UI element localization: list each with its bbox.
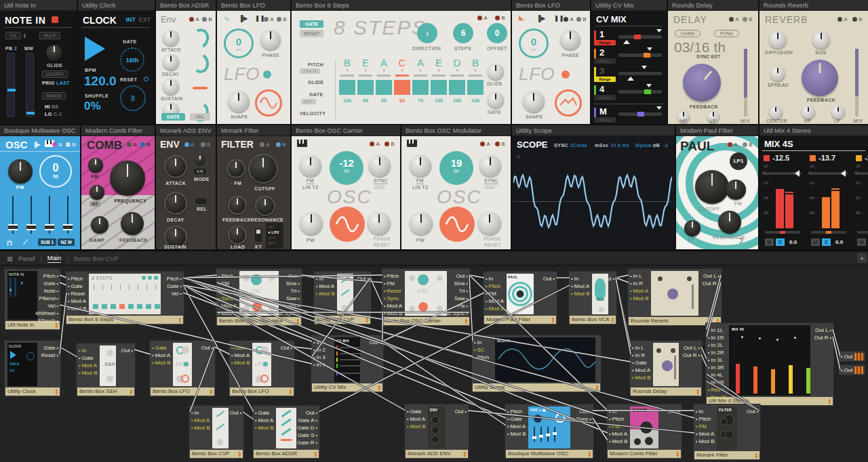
rel-switch[interactable]: [195, 198, 206, 204]
layer-b-toggle[interactable]: B: [495, 141, 505, 147]
output-port-Pitch[interactable]: Pitch: [167, 276, 182, 282]
output-port-Osc Sync[interactable]: Osc Sync: [441, 310, 468, 316]
output-port-Out[interactable]: Out: [370, 339, 381, 345]
input-port-Gate[interactable]: Gate: [507, 416, 522, 422]
output-port-Gate[interactable]: Gate: [43, 345, 58, 351]
structure-block-mix4[interactable]: In 1LIn 1RIn 2LIn 2RIn 3LIn 3RIn 4LIn 4R…: [705, 322, 834, 406]
structure-block-oscMod[interactable]: PitchFMResetSyncMod AMod BOutSineTriSawP…: [216, 268, 302, 327]
step-column[interactable]: C480: [394, 57, 410, 104]
noise-badge[interactable]: NZ W: [58, 238, 75, 246]
keyboard-icon[interactable]: [407, 140, 417, 147]
layer-a-toggle[interactable]: A: [728, 142, 738, 148]
input-port-FM[interactable]: FM: [609, 423, 620, 429]
wave-icon[interactable]: ∿: [224, 15, 229, 22]
input-port-Mod A[interactable]: Mod A: [255, 417, 273, 423]
step-column[interactable]: E5100: [431, 57, 447, 104]
fader-track[interactable]: [765, 231, 800, 234]
structure-block-scope[interactable]: InSCPitchSCOPEUtility Scope▲▼: [471, 335, 601, 393]
center-knob[interactable]: [769, 106, 783, 119]
structure-block-paul[interactable]: InPitchFMMod AMod BOutPAULModern Paul Fi…: [483, 271, 557, 325]
filter-mode-option[interactable]: BP2: [268, 240, 281, 246]
output-port-Gate[interactable]: Gate: [43, 280, 58, 287]
reset-label[interactable]: RESET: [374, 243, 391, 247]
input-port-Mod B[interactable]: Mod B: [68, 306, 87, 312]
input-port-Mod A[interactable]: Mod A: [507, 423, 526, 429]
module-header[interactable]: Bento Box OSC Modulator: [401, 125, 511, 136]
output-port-Out[interactable]: Out: [668, 408, 679, 415]
input-port-FM[interactable]: FM: [218, 280, 229, 287]
input-port-Pitch[interactable]: Pitch: [609, 416, 624, 422]
play-button[interactable]: [85, 37, 105, 61]
block-caption[interactable]: Bento Box LFO▲▼: [230, 387, 294, 396]
multi-button[interactable]: MULTI: [39, 32, 60, 39]
channel-db-value[interactable]: -2: [865, 154, 868, 162]
gate-dial[interactable]: 16th: [120, 47, 144, 72]
output-port-Saw[interactable]: Saw: [286, 295, 300, 301]
wave-level-slider[interactable]: [63, 196, 73, 234]
block-caption[interactable]: Bento Box VCA▲▼: [570, 316, 616, 324]
input-port-In 1R[interactable]: In 1R: [708, 335, 724, 341]
layer-b-toggle[interactable]: B: [66, 142, 76, 148]
input-port-In 3[interactable]: In 3: [313, 354, 326, 360]
breadcrumb-bento-cvp[interactable]: Bento Box CVP: [74, 255, 119, 262]
mode-badge[interactable]: LP1: [730, 152, 747, 170]
glide-knob[interactable]: [46, 45, 62, 61]
glide-amount-knob[interactable]: [488, 64, 504, 80]
input-port-Reset[interactable]: Reset: [68, 291, 85, 297]
input-port-In 1L[interactable]: In 1L: [708, 327, 723, 333]
fader-track[interactable]: [857, 231, 868, 234]
keyboard-icon[interactable]: [297, 140, 307, 147]
layer-a-toggle[interactable]: A: [729, 16, 739, 22]
input-port-Mod A[interactable]: Mod A: [609, 431, 627, 437]
structure-block-delay[interactable]: In LIn RGateMod AMod BOut LOut RRounds D…: [629, 340, 703, 397]
wave-icon[interactable]: ◣.: [519, 14, 526, 21]
layer-b-toggle[interactable]: B: [743, 142, 753, 148]
input-port-Mod A[interactable]: Mod A: [218, 303, 237, 309]
input-port-Rev L[interactable]: Rev L: [708, 387, 725, 393]
gate-button[interactable]: GATE: [161, 113, 185, 121]
power-icon[interactable]: ⏻: [144, 75, 149, 83]
fader-value[interactable]: 0.0: [789, 239, 797, 245]
input-port-Mod B[interactable]: Mod B: [632, 375, 651, 381]
chain-button[interactable]: CHAIN: [675, 30, 701, 37]
input-port-Gate[interactable]: Gate: [79, 355, 94, 361]
layer-a-toggle[interactable]: A: [480, 141, 490, 147]
legato-button[interactable]: LEGATO: [42, 70, 68, 78]
module-header[interactable]: Bento Box 8 Steps: [292, 0, 511, 11]
input-port-In[interactable]: In: [79, 348, 86, 354]
block-caption[interactable]: Modern Paul Filter▲▼: [484, 316, 556, 324]
input-port-In[interactable]: In: [486, 276, 493, 282]
rate-display[interactable]: 0 ms: [224, 28, 254, 58]
input-port-Mod B[interactable]: Mod B: [231, 360, 250, 366]
input-port-Pitch[interactable]: Pitch: [218, 273, 233, 279]
layer-b-toggle[interactable]: B: [277, 16, 287, 22]
channel-db-value[interactable]: -13.7: [818, 154, 835, 162]
pitch-track-button[interactable]: TRACK: [300, 68, 320, 74]
mix-slider[interactable]: [744, 49, 747, 117]
waveform-display[interactable]: [255, 89, 282, 117]
step-column[interactable]: B5100: [467, 57, 484, 104]
input-port-Mod B[interactable]: Mod B: [316, 291, 335, 297]
offset-knob[interactable]: 0: [487, 23, 507, 43]
block-caption[interactable]: Modern Comb Filter▲▼: [608, 450, 681, 458]
block-caption[interactable]: Bento Box LFO▲▼: [151, 387, 214, 396]
input-port-Mod B[interactable]: Mod B: [609, 438, 628, 444]
db-value[interactable]: -3: [663, 143, 668, 148]
fm-knob[interactable]: [410, 155, 431, 177]
cvmix-channel-row[interactable]: 4Range: [594, 84, 664, 102]
msec-value[interactable]: 10.8 ms: [610, 143, 629, 148]
input-port-Mod B[interactable]: Mod B: [384, 310, 403, 316]
block-caption[interactable]: Monark Filter▲▼: [694, 451, 760, 459]
module-header[interactable]: Modern Comb Filter: [81, 125, 155, 136]
output-port-Out L[interactable]: Out L: [815, 327, 831, 333]
square-wave-icon[interactable]: ⊓: [7, 239, 12, 247]
structure-block-mfilter[interactable]: InPitchFMMod AMod BOutFILTERMonark Filte…: [693, 404, 761, 461]
output-port-Out L[interactable]: Out L: [684, 345, 700, 351]
structure-block-steps[interactable]: PitchGateResetMod AMod BPitchGateVel8 ST…: [65, 271, 184, 325]
channel-chip[interactable]: CH.: [5, 32, 21, 39]
pw-knob[interactable]: [8, 159, 33, 184]
input-port-In R[interactable]: In R: [632, 352, 645, 358]
lp-knob[interactable]: [831, 106, 845, 119]
input-port-Mod A[interactable]: Mod A: [696, 431, 714, 437]
block-caption[interactable]: Bento Box OSC Modulator▲▼: [217, 317, 301, 325]
